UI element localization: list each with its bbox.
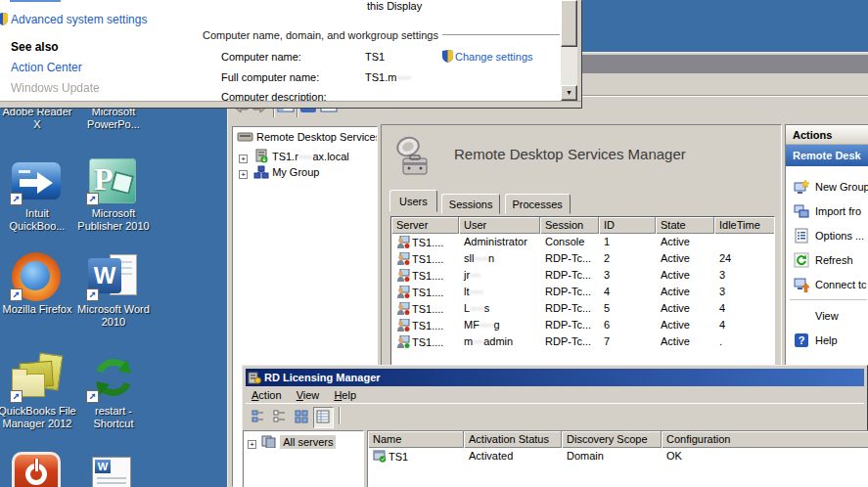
uac-shield-icon (0, 13, 8, 25)
tree-root-rds[interactable]: Remote Desktop Services M (237, 130, 378, 143)
actions-list: New Group Import fro Options ... Refresh… (786, 166, 868, 352)
rdl-list-header: Name Activation Status Discovery Scope C… (368, 431, 868, 448)
desktop-icon-firefox[interactable]: ➚ Mozilla Firefox (0, 252, 78, 316)
tree-node-label: My Group (272, 166, 319, 178)
icon-label: Adobe Reader X (0, 106, 78, 130)
tree-all-servers[interactable]: + All servers (248, 435, 336, 449)
icon-label: restart - Shortcut (72, 405, 155, 429)
help-icon: ? (794, 332, 809, 348)
icon-label: Mozilla Firefox (0, 303, 78, 316)
tree-node-ts1[interactable]: + TS1.r····ax.local (239, 149, 349, 163)
action-center-link[interactable]: Action Center (11, 61, 82, 74)
windows-update-link[interactable]: Windows Update (11, 81, 100, 95)
user-row[interactable]: TS1.... MF····g RDP-Tc... 6 Active 4 (391, 317, 774, 333)
shortcut-arrow-badge: ➚ (86, 390, 99, 403)
shortcut-arrow-badge: ➚ (86, 193, 99, 205)
user-row[interactable]: TS1.... m···admin RDP-Tc... 7 Active . (391, 333, 774, 350)
rdl-title-bar[interactable]: RD Licensing Manager (246, 369, 864, 386)
expand-icon[interactable]: + (239, 170, 248, 179)
tree-all-servers-label: All servers (280, 435, 336, 449)
toolbar-button-details[interactable] (313, 407, 334, 428)
shortcut-arrow-badge: ➚ (86, 288, 99, 301)
computer-name-label: Computer name: (221, 51, 301, 63)
action-connect[interactable]: Connect tc (786, 272, 868, 296)
action-refresh[interactable]: Refresh (786, 247, 868, 272)
desktop-icon-restart-shortcut[interactable]: ➚ restart - Shortcut (72, 354, 155, 429)
actions-selected-group[interactable]: Remote Desk (786, 145, 868, 166)
actions-header: Actions (786, 125, 868, 145)
tab-processes[interactable]: Processes (505, 194, 571, 214)
full-computer-name-value: TS1.m (365, 71, 396, 83)
desktop-icon-publisher[interactable]: P ➚ Microsoft Publisher 2010 (72, 156, 155, 232)
col-name[interactable]: Name (368, 431, 464, 448)
change-settings-link[interactable]: Change settings (455, 51, 533, 63)
rd-licensing-icon (248, 371, 261, 384)
action-help[interactable]: ? Help (786, 328, 868, 352)
user-row[interactable]: TS1.... jr··· RDP-Tc... 3 Active 3 (391, 267, 774, 284)
menu-help[interactable]: Help (334, 389, 356, 401)
action-new-group[interactable]: New Group (786, 174, 868, 199)
col-id[interactable]: ID (599, 217, 656, 234)
icon-label: QuickBooks File Manager 2012 (0, 405, 78, 429)
toolbar-separator (339, 407, 341, 424)
shortcut-arrow-badge: ➚ (10, 193, 23, 205)
toolbar-button-3[interactable] (292, 407, 312, 428)
advanced-system-settings-link[interactable]: Advanced system settings (11, 13, 147, 26)
action-options[interactable]: Options ... (786, 223, 868, 247)
new-group-icon (794, 179, 809, 195)
user-row[interactable]: TS1.... L····s RDP-Tc... 5 Active 4 (391, 300, 774, 317)
col-discovery-scope[interactable]: Discovery Scope (562, 431, 662, 448)
text-fragment: this Display (367, 0, 422, 12)
expand-icon[interactable]: + (239, 155, 248, 163)
desktop-icon-intuit-quickbooks[interactable]: ➚ Intuit QuickBoo... (0, 156, 78, 232)
toolbar-button-1[interactable] (249, 407, 269, 428)
icon-label: Microsoft PowerPo... (72, 106, 155, 130)
col-state[interactable]: State (656, 217, 714, 234)
word-icon: W ➚ (86, 252, 141, 301)
restart-icon: ➚ (86, 354, 141, 403)
menu-action[interactable]: Action (251, 389, 282, 401)
col-activation-status[interactable]: Activation Status (464, 431, 562, 448)
rdl-toolbar (246, 403, 864, 430)
tab-users[interactable]: Users (389, 190, 437, 212)
icon-label: Intuit QuickBoo... (0, 207, 78, 232)
expand-icon[interactable]: + (248, 440, 256, 449)
quickbooks-file-manager-icon: ➚ (10, 354, 65, 403)
col-server[interactable]: Server (391, 217, 459, 234)
power-icon (10, 452, 65, 487)
rdl-server-row[interactable]: TS1 Activated Domain OK (368, 448, 868, 465)
refresh-icon (794, 252, 809, 268)
tree-root-label: Remote Desktop Services M (256, 131, 378, 143)
scrollbar[interactable]: ▼ (561, 0, 577, 101)
col-idletime[interactable]: IdleTime (714, 217, 774, 234)
scrollbar-thumb[interactable] (561, 0, 577, 47)
col-session[interactable]: Session (540, 217, 599, 234)
system-control-panel-window: Advanced system settings See also Action… (0, 0, 581, 108)
rdl-list: Name Activation Status Discovery Scope C… (367, 430, 868, 487)
computer-name-value: TS1 (365, 51, 385, 63)
col-user[interactable]: User (459, 217, 540, 234)
full-computer-name-label: Full computer name: (221, 71, 319, 83)
user-row[interactable]: TS1.... sll····n RDP-Tc... 2 Active 24 (391, 250, 774, 267)
desktop-icon-word[interactable]: W ➚ Microsoft Word 2010 (72, 252, 155, 328)
uac-shield-icon (442, 50, 453, 63)
word-document-icon: W (86, 455, 141, 487)
desktop-icon-quickbooks-file-manager[interactable]: ➚ QuickBooks File Manager 2012 (0, 354, 78, 429)
user-row[interactable]: TS1.... Administrator Console 1 Active (391, 234, 774, 250)
rds-banner-title: Remote Desktop Services Manager (454, 146, 686, 162)
rdl-menu-bar: Action View Help (246, 386, 864, 403)
desktop-icon-word-document[interactable]: W (72, 455, 155, 487)
window-bottom-edge (0, 101, 581, 108)
scrollbar-down-button[interactable]: ▼ (561, 85, 577, 101)
connect-icon (794, 277, 809, 292)
action-view[interactable]: View (786, 303, 868, 328)
tree-node-my-group[interactable]: + My Group (239, 165, 319, 179)
desktop-icon-power[interactable] (0, 452, 78, 487)
col-configuration[interactable]: Configuration (662, 431, 868, 448)
action-import[interactable]: Import fro (786, 199, 868, 223)
menu-view[interactable]: View (297, 389, 320, 401)
user-row[interactable]: TS1.... lt···· RDP-Tc... 4 Active 3 (391, 284, 774, 300)
toolbar-button-2[interactable] (270, 407, 291, 428)
computer-name-section-heading: Computer name, domain, and workgroup set… (203, 29, 438, 41)
tab-sessions[interactable]: Sessions (441, 194, 501, 214)
